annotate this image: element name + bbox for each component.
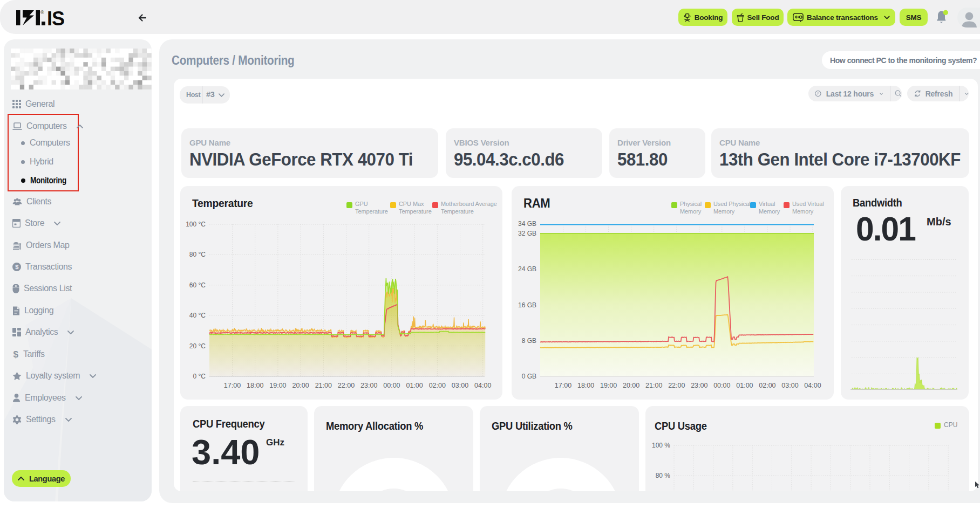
svg-text:21:00: 21:00	[315, 382, 332, 389]
svg-text:24 GB: 24 GB	[518, 265, 536, 273]
svg-text:0 GB: 0 GB	[522, 373, 536, 380]
svg-text:80 %: 80 %	[656, 472, 671, 479]
svg-text:23:00: 23:00	[691, 382, 707, 389]
svg-text:01:00: 01:00	[736, 382, 753, 389]
svg-text:02:00: 02:00	[759, 382, 775, 389]
svg-text:23:00: 23:00	[360, 382, 377, 389]
svg-text:21:00: 21:00	[645, 382, 662, 389]
svg-text:60 °C: 60 °C	[189, 281, 206, 289]
svg-text:0 °C: 0 °C	[193, 373, 206, 380]
svg-text:80 °C: 80 °C	[189, 251, 206, 258]
svg-text:18:00: 18:00	[247, 382, 263, 389]
svg-text:34 GB: 34 GB	[518, 220, 536, 228]
svg-text:100 %: 100 %	[652, 442, 670, 449]
svg-text:20 °C: 20 °C	[189, 342, 206, 350]
svg-text:IS: IS	[47, 9, 64, 26]
svg-text:8 GB: 8 GB	[522, 337, 536, 345]
svg-text:22:00: 22:00	[668, 382, 685, 389]
svg-text:03:00: 03:00	[452, 382, 468, 389]
svg-text:16 GB: 16 GB	[518, 301, 536, 309]
svg-text:04:00: 04:00	[804, 382, 821, 389]
svg-text:19:00: 19:00	[600, 382, 617, 389]
svg-text:$: $	[13, 349, 18, 359]
svg-text:18:00: 18:00	[577, 382, 594, 389]
svg-text:17:00: 17:00	[555, 382, 571, 389]
svg-text:40 °C: 40 °C	[189, 312, 206, 319]
svg-text:22:00: 22:00	[338, 382, 355, 389]
svg-text:®: ®	[40, 10, 44, 15]
svg-text:32 GB: 32 GB	[518, 230, 536, 237]
svg-text:17:00: 17:00	[224, 382, 241, 389]
svg-text:19:00: 19:00	[269, 382, 286, 389]
svg-text:20:00: 20:00	[623, 382, 639, 389]
svg-text:00:00: 00:00	[383, 382, 400, 389]
svg-text:00:00: 00:00	[713, 382, 730, 389]
svg-text:$: $	[15, 264, 18, 270]
svg-text:01:00: 01:00	[406, 382, 423, 389]
svg-text:02:00: 02:00	[429, 382, 446, 389]
svg-text:04:00: 04:00	[474, 382, 491, 389]
svg-text:20:00: 20:00	[292, 382, 309, 389]
svg-text:03:00: 03:00	[781, 382, 798, 389]
svg-text:100 °C: 100 °C	[186, 221, 206, 228]
